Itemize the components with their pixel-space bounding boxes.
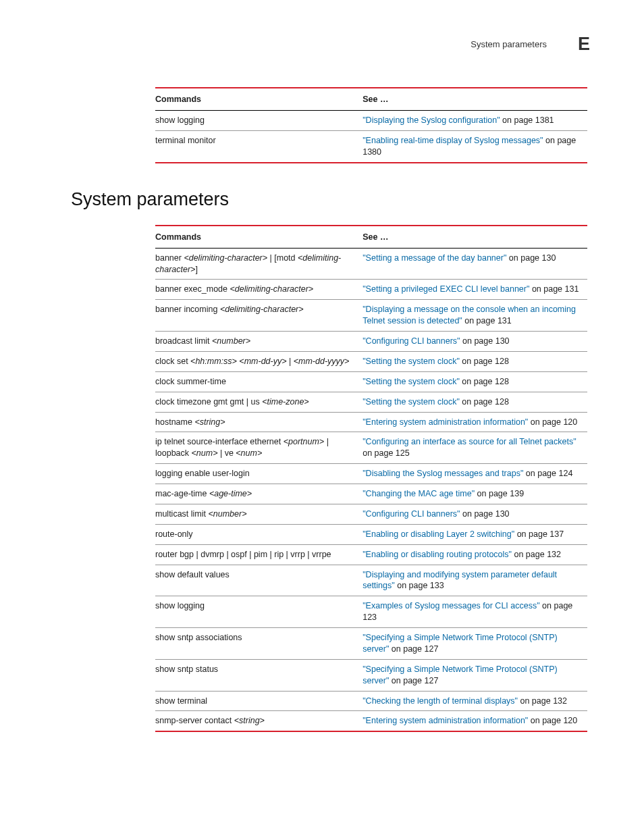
syslog-commands-table: Commands See … show logging"Displaying t…: [155, 87, 587, 163]
table-row: show default values"Displaying and modif…: [155, 565, 587, 596]
reference-link[interactable]: "Configuring an interface as source for …: [363, 437, 576, 446]
reference-suffix: on page 133: [395, 581, 444, 590]
page-header: System parameters E: [71, 34, 590, 55]
command-cell: show terminal: [155, 691, 363, 711]
reference-suffix: on page 137: [514, 529, 564, 539]
reference-suffix: on page 124: [523, 469, 572, 478]
col-header-commands: Commands: [155, 226, 363, 249]
command-cell: logging enable user-login: [155, 464, 363, 484]
reference-link[interactable]: "Displaying and modifying system paramet…: [363, 570, 557, 591]
command-cell: hostname <string>: [155, 412, 363, 432]
reference-link[interactable]: "Examples of Syslog messages for CLI acc…: [363, 601, 539, 610]
reference-link[interactable]: "Displaying the Syslog configuration": [363, 115, 500, 125]
table-row: mac-age-time <age-time>"Changing the MAC…: [155, 484, 587, 504]
command-cell: mac-age-time <age-time>: [155, 484, 363, 504]
reference-link[interactable]: "Setting the system clock": [363, 357, 460, 366]
see-cell: "Enabling or disabling routing protocols…: [363, 544, 587, 565]
command-cell: snmp-server contact <string>: [155, 711, 363, 731]
command-cell: show logging: [155, 111, 363, 131]
table-row: clock timezone gmt gmt | us <time-zone>"…: [155, 392, 587, 412]
reference-suffix: on page 132: [518, 696, 567, 706]
see-cell: "Checking the length of terminal display…: [363, 691, 587, 711]
see-cell: "Displaying the Syslog configuration" on…: [363, 111, 587, 131]
reference-suffix: on page 128: [460, 397, 509, 407]
reference-suffix: on page 139: [475, 489, 524, 498]
command-cell: clock timezone gmt gmt | us <time-zone>: [155, 392, 363, 412]
table-row: multicast limit <number>"Configuring CLI…: [155, 504, 587, 524]
reference-suffix: on page 131: [462, 316, 512, 325]
command-cell: show default values: [155, 565, 363, 596]
reference-suffix: on page 128: [460, 377, 509, 386]
command-cell: clock summer-time: [155, 371, 363, 392]
see-cell: "Examples of Syslog messages for CLI acc…: [363, 596, 587, 628]
reference-suffix: on page 120: [528, 417, 577, 427]
col-header-commands: Commands: [155, 88, 363, 111]
reference-link[interactable]: "Changing the MAC age time": [363, 489, 475, 498]
reference-suffix: on page 130: [506, 253, 556, 263]
see-cell: "Displaying a message on the console whe…: [363, 300, 587, 332]
table-row: clock summer-time"Setting the system clo…: [155, 371, 587, 392]
table-row: banner <delimiting-character> | [motd <d…: [155, 248, 587, 280]
command-cell: multicast limit <number>: [155, 504, 363, 524]
header-letter: E: [578, 34, 590, 55]
command-cell: router bgp | dvmrp | ospf | pim | rip | …: [155, 544, 363, 565]
see-cell: "Setting a message of the day banner" on…: [363, 248, 587, 280]
see-cell: "Displaying and modifying system paramet…: [363, 565, 587, 596]
reference-link[interactable]: "Setting a message of the day banner": [363, 253, 506, 263]
reference-link[interactable]: "Enabling or disabling routing protocols…: [363, 550, 512, 559]
reference-link[interactable]: "Setting the system clock": [363, 397, 460, 407]
reference-suffix: on page 131: [529, 284, 579, 294]
table-row: terminal monitor"Enabling real-time disp…: [155, 130, 587, 162]
table-row: broadcast limit <number>"Configuring CLI…: [155, 332, 587, 352]
table-row: show logging"Examples of Syslog messages…: [155, 596, 587, 628]
reference-link[interactable]: "Enabling real-time display of Syslog me…: [363, 136, 543, 145]
table-row: snmp-server contact <string>"Entering sy…: [155, 711, 587, 731]
see-cell: "Specifying a Simple Network Time Protoc…: [363, 628, 587, 660]
reference-link[interactable]: "Disabling the Syslog messages and traps…: [363, 469, 523, 478]
reference-suffix: on page 127: [389, 676, 438, 685]
reference-link[interactable]: "Enabling or disabling Layer 2 switching…: [363, 529, 514, 539]
command-cell: show sntp status: [155, 659, 363, 691]
table-row: banner incoming <delimiting-character>"D…: [155, 300, 587, 332]
reference-suffix: on page 1381: [500, 115, 554, 125]
command-cell: show logging: [155, 596, 363, 628]
reference-link[interactable]: "Checking the length of terminal display…: [363, 696, 518, 706]
see-cell: "Enabling real-time display of Syslog me…: [363, 130, 587, 162]
see-cell: "Configuring an interface as source for …: [363, 432, 587, 464]
command-cell: broadcast limit <number>: [155, 332, 363, 352]
reference-link[interactable]: "Setting a privileged EXEC CLI level ban…: [363, 284, 529, 294]
table-row: hostname <string>"Entering system admini…: [155, 412, 587, 432]
command-cell: banner exec_mode <delimiting-character>: [155, 280, 363, 300]
system-parameters-table: Commands See … banner <delimiting-charac…: [155, 225, 587, 733]
see-cell: "Setting a privileged EXEC CLI level ban…: [363, 280, 587, 300]
see-cell: "Setting the system clock" on page 128: [363, 392, 587, 412]
table-row: show sntp status"Specifying a Simple Net…: [155, 659, 587, 691]
reference-suffix: on page 127: [389, 644, 438, 654]
table-row: logging enable user-login"Disabling the …: [155, 464, 587, 484]
see-cell: "Configuring CLI banners" on page 130: [363, 332, 587, 352]
see-cell: "Configuring CLI banners" on page 130: [363, 504, 587, 524]
reference-link[interactable]: "Entering system administration informat…: [363, 716, 528, 725]
reference-link[interactable]: "Setting the system clock": [363, 377, 460, 386]
table-row: ip telnet source-interface ethernet <por…: [155, 432, 587, 464]
command-cell: terminal monitor: [155, 130, 363, 162]
reference-link[interactable]: "Configuring CLI banners": [363, 336, 460, 346]
reference-link[interactable]: "Entering system administration informat…: [363, 417, 528, 427]
reference-suffix: on page 132: [512, 550, 561, 559]
col-header-see: See …: [363, 88, 587, 111]
reference-link[interactable]: "Configuring CLI banners": [363, 509, 460, 519]
command-cell: clock set <hh:mm:ss> <mm-dd-yy> | <mm-dd…: [155, 351, 363, 371]
header-title: System parameters: [471, 39, 547, 49]
command-cell: banner incoming <delimiting-character>: [155, 300, 363, 332]
syslog-table-body: show logging"Displaying the Syslog confi…: [155, 111, 587, 163]
see-cell: "Enabling or disabling Layer 2 switching…: [363, 524, 587, 544]
reference-suffix: on page 128: [460, 357, 509, 366]
table-row: router bgp | dvmrp | ospf | pim | rip | …: [155, 544, 587, 565]
see-cell: "Disabling the Syslog messages and traps…: [363, 464, 587, 484]
section-title: System parameters: [71, 189, 590, 210]
command-cell: banner <delimiting-character> | [motd <d…: [155, 248, 363, 280]
command-cell: route-only: [155, 524, 363, 544]
table-row: clock set <hh:mm:ss> <mm-dd-yy> | <mm-dd…: [155, 351, 587, 371]
see-cell: "Setting the system clock" on page 128: [363, 371, 587, 392]
command-cell: show sntp associations: [155, 628, 363, 660]
